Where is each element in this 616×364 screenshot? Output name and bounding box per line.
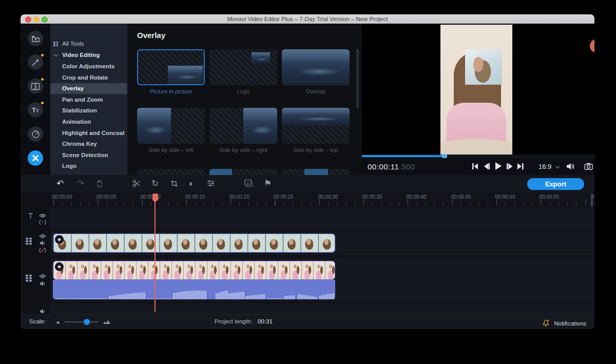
zoom-in-button[interactable] [103, 319, 111, 324]
overlay-track-visibility-toggle[interactable] [39, 234, 46, 239]
menu-item-overlay[interactable]: Overlay [50, 83, 127, 94]
timeline: 00:00:00 00:00:05 00:00:10 00:00:15 00:0… [21, 193, 594, 314]
overlay-clip[interactable] [53, 234, 335, 253]
more-tools-button[interactable] [28, 150, 43, 166]
playhead-marker[interactable] [152, 194, 158, 201]
video-clip[interactable] [53, 261, 335, 280]
undo-button[interactable]: ↶ [56, 179, 64, 189]
seekbar-progress [362, 155, 445, 157]
notifications-label: Notifications [554, 320, 586, 327]
notification-dot [41, 102, 44, 104]
video-track-mute-toggle[interactable] [40, 281, 46, 286]
svg-text:2: 2 [247, 181, 249, 185]
stickers-button[interactable] [28, 126, 43, 142]
overlay-style-side-by-side-left[interactable] [137, 108, 205, 144]
rotate-button[interactable]: ↻ [151, 179, 159, 189]
video-track-visibility-toggle[interactable] [39, 274, 46, 279]
overlay-style-logo[interactable] [209, 49, 277, 85]
menu-item-all-tools[interactable]: All Tools [50, 39, 127, 49]
overlay-style-partial[interactable] [209, 169, 277, 175]
menu-item-animation[interactable]: Animation [50, 117, 127, 127]
panel-scrollbar[interactable] [356, 49, 359, 108]
menu-item-highlight-and-conceal[interactable]: Highlight and Conceal [50, 128, 127, 139]
redo-button[interactable]: ↷ [77, 179, 84, 189]
overlay-style-label: Side by side – left [137, 147, 205, 153]
notifications-button[interactable]: Notifications [543, 318, 586, 328]
menu-item-stabilization[interactable]: Stabilization [50, 105, 127, 116]
ruler-label: 00:00:20 [228, 194, 251, 200]
delete-button[interactable] [96, 180, 103, 187]
menu-section-video-editing[interactable]: Video Editing [50, 50, 127, 61]
next-frame-button[interactable] [506, 162, 514, 170]
thumbnail-photo [137, 108, 171, 144]
ruler-label: 00:00:45 [450, 194, 472, 200]
transition-wizard-button[interactable]: 2 [244, 179, 253, 187]
audio-track-lane[interactable] [50, 303, 594, 314]
slideshow-icon: 2 [244, 179, 253, 187]
go-to-start-button[interactable] [471, 162, 479, 170]
transitions-button[interactable] [28, 79, 43, 94]
audio-waveform-clip[interactable] [53, 280, 335, 299]
overlay-style-picture-in-picture[interactable] [137, 49, 205, 85]
export-button[interactable]: Export [527, 178, 584, 190]
previous-frame-button[interactable] [483, 162, 491, 170]
trash-icon [96, 180, 103, 187]
favorite-star-badge: ★ [55, 235, 64, 244]
sticker-icon [31, 130, 40, 139]
title-track-link-toggle[interactable] [39, 220, 46, 225]
title-track-icon: T [28, 211, 33, 220]
overlay-style-partial[interactable] [282, 169, 350, 175]
clip-properties-button[interactable] [207, 180, 215, 187]
overlay-style-partial[interactable] [137, 169, 205, 175]
zoom-out-button[interactable] [55, 320, 61, 324]
ruler-major-ticks [50, 199, 594, 205]
ruler-label: 00:00:10 [139, 194, 162, 200]
filmstrip-icon [26, 238, 32, 245]
help-button[interactable]: ? [590, 39, 594, 53]
filmstrip-icon [26, 275, 32, 282]
magic-wand-icon [31, 58, 40, 67]
menu-item-pan-and-zoom[interactable]: Pan and Zoom [50, 94, 127, 105]
title-bar: Movavi Video Editor Plus – 7-Day Trial V… [21, 14, 594, 24]
menu-item-color-adjustments[interactable]: Color Adjustments [50, 61, 127, 72]
snapshot-button[interactable] [584, 163, 593, 170]
title-track-lane[interactable] [50, 208, 594, 228]
title-track-visibility-toggle[interactable] [39, 213, 46, 218]
overlay-style-side-by-side-right[interactable] [209, 108, 277, 144]
folder-plus-icon [31, 34, 40, 43]
menu-item-crop-and-rotate[interactable]: Crop and Rotate [50, 72, 127, 83]
split-button[interactable] [132, 180, 141, 187]
preview-seekbar[interactable] [362, 155, 594, 158]
go-to-end-button[interactable] [516, 162, 525, 170]
overlay-track-unlink-toggle[interactable] [39, 247, 46, 253]
overlay-track-mute-toggle[interactable] [40, 240, 46, 246]
overlay-clip-filmstrip [53, 234, 335, 252]
filters-button[interactable] [28, 54, 43, 70]
ruler-label: 00:00:50 [494, 194, 516, 200]
marker-button[interactable]: ⚑ [264, 179, 272, 189]
volume-button[interactable] [566, 163, 575, 170]
link-icon [39, 220, 46, 225]
menu-item-scene-detection[interactable]: Scene Detection [50, 150, 127, 161]
menu-item-logo[interactable]: Logo [50, 161, 127, 171]
bell-icon [543, 319, 549, 327]
picture-in-picture-overlay[interactable] [465, 50, 502, 85]
video-clip-filmstrip [53, 261, 335, 279]
camera-icon [584, 163, 593, 170]
menu-item-chroma-key[interactable]: Chroma Key [50, 139, 127, 149]
overlay-style-label: Logo [209, 88, 277, 94]
timeline-scrollbar[interactable] [591, 194, 593, 207]
playhead-line [155, 194, 156, 312]
audio-track-mute-toggle[interactable] [40, 309, 46, 314]
overlay-style-label: Side by side – top [282, 147, 350, 153]
scale-slider-track[interactable] [65, 321, 99, 322]
import-media-button[interactable] [28, 31, 43, 46]
aspect-ratio-dropdown[interactable]: 16:9 [538, 163, 559, 170]
overlay-style-side-by-side-top[interactable] [282, 108, 350, 144]
overlay-style-overlap[interactable] [282, 49, 350, 85]
color-adjustments-button[interactable]: ◐ [189, 179, 194, 189]
crop-button[interactable] [170, 180, 178, 187]
scale-slider-knob[interactable] [84, 319, 90, 325]
titles-button[interactable]: TT [28, 102, 43, 118]
play-button[interactable] [493, 161, 503, 171]
